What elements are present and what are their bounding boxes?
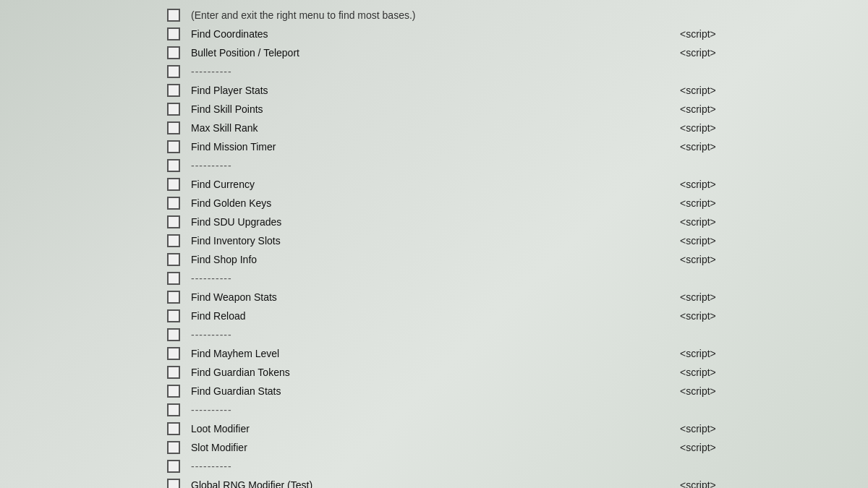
item-label-find-inventory-slots: Find Inventory Slots xyxy=(188,235,680,247)
list-item: Bullet Position / Teleport<script> xyxy=(159,43,868,62)
list-item: Global RNG Modifier (Test)<script> xyxy=(159,476,868,488)
script-tag-find-skill-points: <script> xyxy=(680,103,868,115)
item-label-max-skill-rank: Max Skill Rank xyxy=(188,122,680,134)
script-tag-slot-modifier: <script> xyxy=(680,442,868,453)
checkbox-max-skill-rank[interactable] xyxy=(167,121,180,134)
checkbox-loot-modifier[interactable] xyxy=(167,422,180,435)
script-tag-find-guardian-tokens: <script> xyxy=(680,367,868,378)
checkbox-sep4[interactable] xyxy=(167,328,180,341)
checkbox-find-inventory-slots[interactable] xyxy=(167,234,180,247)
script-tag-find-mayhem-level: <script> xyxy=(680,348,868,359)
script-tag-bullet-position: <script> xyxy=(680,47,868,59)
checkbox-wrapper xyxy=(159,422,188,435)
checkbox-wrapper xyxy=(159,403,188,416)
checkbox-wrapper xyxy=(159,253,188,266)
list-item: Find Currency<script> xyxy=(159,175,868,194)
checkbox-find-sdu-upgrades[interactable] xyxy=(167,215,180,228)
item-label-find-player-stats: Find Player Stats xyxy=(188,85,680,96)
checkbox-sep3[interactable] xyxy=(167,272,180,285)
script-tag-find-sdu-upgrades: <script> xyxy=(680,216,868,228)
checkbox-wrapper xyxy=(159,385,188,398)
script-tag-find-golden-keys: <script> xyxy=(680,197,868,209)
item-label-find-mission-timer: Find Mission Timer xyxy=(188,141,680,153)
checkbox-sep2[interactable] xyxy=(167,159,180,172)
checkbox-wrapper xyxy=(159,46,188,59)
checkbox-global-rng-modifier[interactable] xyxy=(167,479,180,488)
checkbox-sep6[interactable] xyxy=(167,460,180,473)
list-item: Max Skill Rank<script> xyxy=(159,119,868,137)
separator-label-24: ---------- xyxy=(188,461,868,472)
script-tag-find-coordinates: <script> xyxy=(680,28,868,40)
list-item: Loot Modifier<script> xyxy=(159,419,868,438)
checkbox-wrapper xyxy=(159,272,188,285)
item-label-find-mayhem-level: Find Mayhem Level xyxy=(188,348,680,359)
checkbox-bullet-position[interactable] xyxy=(167,46,180,59)
separator-label-17: ---------- xyxy=(188,329,868,341)
checkbox-find-reload[interactable] xyxy=(167,309,180,322)
item-label-find-coordinates: Find Coordinates xyxy=(188,28,680,40)
item-label-find-guardian-stats: Find Guardian Stats xyxy=(188,385,680,397)
checkbox-find-shop-info[interactable] xyxy=(167,253,180,266)
list-item: Slot Modifier<script> xyxy=(159,438,868,457)
checkbox-wrapper xyxy=(159,234,188,247)
checkbox-find-guardian-tokens[interactable] xyxy=(167,366,180,379)
list-item: Find Inventory Slots<script> xyxy=(159,231,868,250)
script-tag-find-mission-timer: <script> xyxy=(680,141,868,153)
checkbox-wrapper xyxy=(159,309,188,322)
checkbox-wrapper xyxy=(159,178,188,191)
checkbox-wrapper xyxy=(159,9,188,22)
item-label-find-weapon-stats: Find Weapon Stats xyxy=(188,291,680,303)
script-tag-global-rng-modifier: <script> xyxy=(680,479,868,488)
checkbox-sep1[interactable] xyxy=(167,65,180,78)
item-label-global-rng-modifier: Global RNG Modifier (Test) xyxy=(188,479,680,488)
checkbox-find-skill-points[interactable] xyxy=(167,103,180,116)
script-tag-find-shop-info: <script> xyxy=(680,254,868,265)
item-label-loot-modifier: Loot Modifier xyxy=(188,423,680,435)
list-item: ---------- xyxy=(159,156,868,175)
checkbox-wrapper xyxy=(159,479,188,488)
checkbox-find-guardian-stats[interactable] xyxy=(167,385,180,398)
item-label-find-golden-keys: Find Golden Keys xyxy=(188,197,680,209)
list-item: Find Coordinates<script> xyxy=(159,25,868,43)
list-item: Find Player Stats<script> xyxy=(159,81,868,100)
list-item: Find Mission Timer<script> xyxy=(159,137,868,156)
script-tag-find-guardian-stats: <script> xyxy=(680,385,868,397)
list-item: Find Guardian Tokens<script> xyxy=(159,363,868,382)
checkbox-wrapper xyxy=(159,197,188,210)
checkbox-wrapper xyxy=(159,441,188,454)
checkbox-wrapper xyxy=(159,215,188,228)
checkbox-wrapper xyxy=(159,103,188,116)
item-label-slot-modifier: Slot Modifier xyxy=(188,442,680,453)
checkbox-wrapper xyxy=(159,159,188,172)
checkbox-find-golden-keys[interactable] xyxy=(167,197,180,210)
checkbox-slot-modifier[interactable] xyxy=(167,441,180,454)
checkbox-wrapper xyxy=(159,366,188,379)
item-label-find-currency: Find Currency xyxy=(188,179,680,190)
checkbox-find-currency[interactable] xyxy=(167,178,180,191)
checkbox-find-weapon-stats[interactable] xyxy=(167,291,180,304)
checkbox-sep5[interactable] xyxy=(167,403,180,416)
separator-label-8: ---------- xyxy=(188,160,868,171)
checkbox-wrapper xyxy=(159,121,188,134)
checkbox-wrapper xyxy=(159,291,188,304)
checkbox-find-coordinates[interactable] xyxy=(167,27,180,40)
script-tag-find-currency: <script> xyxy=(680,179,868,190)
list-item: ---------- xyxy=(159,269,868,288)
main-content: (Enter and exit the right menu to find m… xyxy=(0,0,868,488)
list-item: ---------- xyxy=(159,457,868,476)
checkbox-note[interactable] xyxy=(167,9,180,22)
script-tag-find-inventory-slots: <script> xyxy=(680,235,868,247)
list-item: Find Mayhem Level<script> xyxy=(159,344,868,363)
checkbox-wrapper xyxy=(159,347,188,360)
checkbox-wrapper xyxy=(159,328,188,341)
checkbox-wrapper xyxy=(159,65,188,78)
checkbox-find-player-stats[interactable] xyxy=(167,84,180,97)
checkbox-find-mission-timer[interactable] xyxy=(167,140,180,153)
list-item: ---------- xyxy=(159,325,868,344)
list-item: (Enter and exit the right menu to find m… xyxy=(159,6,868,25)
script-tag-find-reload: <script> xyxy=(680,310,868,322)
checkbox-find-mayhem-level[interactable] xyxy=(167,347,180,360)
item-label-bullet-position: Bullet Position / Teleport xyxy=(188,47,680,59)
item-label-find-reload: Find Reload xyxy=(188,310,680,322)
list-item: Find Golden Keys<script> xyxy=(159,194,868,213)
